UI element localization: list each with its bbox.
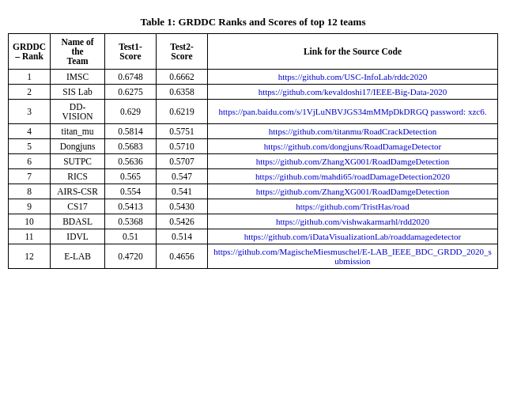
cell-rank: 11	[9, 229, 51, 244]
cell-link[interactable]: https://github.com/dongjuns/RoadDamageDe…	[207, 139, 497, 154]
table-row: 4titan_mu0.58140.5751https://github.com/…	[9, 124, 498, 139]
cell-test2: 0.5430	[156, 199, 207, 214]
cell-test2: 0.6358	[156, 85, 207, 100]
cell-test1: 0.5814	[104, 124, 156, 139]
cell-test2: 0.5710	[156, 139, 207, 154]
cell-rank: 7	[9, 169, 51, 184]
table-row: 1IMSC0.67480.6662https://github.com/USC-…	[9, 70, 498, 85]
cell-test2: 0.541	[156, 184, 207, 199]
table-container: Table 1: GRDDC Ranks and Scores of top 1…	[8, 16, 498, 269]
cell-test2: 0.514	[156, 229, 207, 244]
cell-team: SIS Lab	[51, 85, 105, 100]
table-row: 11IDVL0.510.514https://github.com/iDataV…	[9, 229, 498, 244]
table-row: 6SUTPC0.56360.5707https://github.com/Zha…	[9, 154, 498, 169]
col-test1: Test1-Score	[104, 34, 156, 70]
cell-team: DD-VISION	[51, 100, 105, 124]
cell-test2: 0.547	[156, 169, 207, 184]
table-row: 12E-LAB0.47200.4656https://github.com/Ma…	[9, 244, 498, 269]
cell-link[interactable]: https://github.com/mahdi65/roadDamageDet…	[207, 169, 497, 184]
cell-rank: 6	[9, 154, 51, 169]
table-row: 8AIRS-CSR0.5540.541https://github.com/Zh…	[9, 184, 498, 199]
cell-test2: 0.5426	[156, 214, 207, 229]
cell-team: AIRS-CSR	[51, 184, 105, 199]
cell-rank: 9	[9, 199, 51, 214]
cell-team: RICS	[51, 169, 105, 184]
cell-link[interactable]: https://github.com/ZhangXG001/RoadDamgeD…	[207, 184, 497, 199]
table-header-row: GRDDC– Rank Name of theTeam Test1-Score …	[9, 34, 498, 70]
cell-team: BDASL	[51, 214, 105, 229]
col-link: Link for the Source Code	[207, 34, 497, 70]
cell-team: SUTPC	[51, 154, 105, 169]
cell-rank: 8	[9, 184, 51, 199]
cell-team: IMSC	[51, 70, 105, 85]
cell-link[interactable]: https://github.com/iDataVisualizationLab…	[207, 229, 497, 244]
cell-team: Dongjuns	[51, 139, 105, 154]
table-row: 7RICS0.5650.547https://github.com/mahdi6…	[9, 169, 498, 184]
cell-test2: 0.5751	[156, 124, 207, 139]
cell-test2: 0.6219	[156, 100, 207, 124]
table-row: 9CS170.54130.5430https://github.com/Tris…	[9, 199, 498, 214]
cell-rank: 2	[9, 85, 51, 100]
cell-test1: 0.554	[104, 184, 156, 199]
cell-team: IDVL	[51, 229, 105, 244]
cell-rank: 3	[9, 100, 51, 124]
table-row: 5Dongjuns0.56830.5710https://github.com/…	[9, 139, 498, 154]
cell-link[interactable]: https://github.com/vishwakarmarhl/rdd202…	[207, 214, 497, 229]
table-row: 10BDASL0.53680.5426https://github.com/vi…	[9, 214, 498, 229]
cell-test1: 0.5636	[104, 154, 156, 169]
col-rank: GRDDC– Rank	[9, 34, 51, 70]
cell-test2: 0.6662	[156, 70, 207, 85]
cell-test1: 0.5683	[104, 139, 156, 154]
cell-test1: 0.629	[104, 100, 156, 124]
col-test2: Test2-Score	[156, 34, 207, 70]
cell-link[interactable]: https://github.com/titanmu/RoadCrackDete…	[207, 124, 497, 139]
cell-test1: 0.4720	[104, 244, 156, 269]
cell-test1: 0.51	[104, 229, 156, 244]
cell-rank: 5	[9, 139, 51, 154]
cell-link[interactable]: https://github.com/kevaldoshi17/IEEE-Big…	[207, 85, 497, 100]
cell-test1: 0.6748	[104, 70, 156, 85]
cell-link[interactable]: https://github.com/TristHas/road	[207, 199, 497, 214]
cell-rank: 1	[9, 70, 51, 85]
cell-test1: 0.565	[104, 169, 156, 184]
cell-test1: 0.5413	[104, 199, 156, 214]
cell-team: CS17	[51, 199, 105, 214]
table-row: 3DD-VISION0.6290.6219https://pan.baidu.c…	[9, 100, 498, 124]
cell-team: titan_mu	[51, 124, 105, 139]
rankings-table: GRDDC– Rank Name of theTeam Test1-Score …	[8, 33, 498, 269]
cell-link[interactable]: https://github.com/MagischeMiesmuschel/E…	[207, 244, 497, 269]
cell-rank: 10	[9, 214, 51, 229]
cell-link[interactable]: https://github.com/USC-InfoLab/rddc2020	[207, 70, 497, 85]
cell-test2: 0.4656	[156, 244, 207, 269]
cell-link[interactable]: https://github.com/ZhangXG001/RoadDamgeD…	[207, 154, 497, 169]
col-team: Name of theTeam	[51, 34, 105, 70]
cell-rank: 12	[9, 244, 51, 269]
cell-test1: 0.5368	[104, 214, 156, 229]
cell-rank: 4	[9, 124, 51, 139]
cell-link[interactable]: https://pan.baidu.com/s/1VjLuNBVJGS34mMM…	[207, 100, 497, 124]
cell-test1: 0.6275	[104, 85, 156, 100]
table-title: Table 1: GRDDC Ranks and Scores of top 1…	[8, 16, 498, 28]
cell-team: E-LAB	[51, 244, 105, 269]
cell-test2: 0.5707	[156, 154, 207, 169]
table-row: 2SIS Lab0.62750.6358https://github.com/k…	[9, 85, 498, 100]
